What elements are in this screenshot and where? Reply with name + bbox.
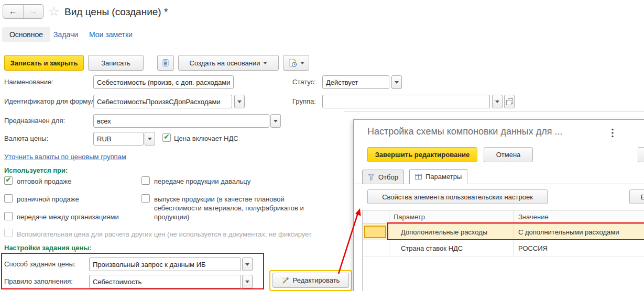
status-dropdown-button[interactable] xyxy=(391,75,402,89)
production-output-checkbox[interactable] xyxy=(141,194,150,203)
tab-tasks[interactable]: Задачи xyxy=(53,30,78,39)
tab-main[interactable]: Основное xyxy=(2,27,50,42)
rule-dropdown-button[interactable] xyxy=(242,275,253,288)
group-input[interactable] xyxy=(322,95,490,108)
wholesale-label: оптовой продаже xyxy=(17,177,71,185)
report-list-button[interactable] xyxy=(157,55,174,71)
dialog-title: Настройка схемы компоновки данных для ..… xyxy=(367,126,563,137)
tab-my-notes[interactable]: Мои заметки xyxy=(89,30,133,39)
chevron-down-icon xyxy=(263,62,267,66)
vat-included-checkbox[interactable] xyxy=(162,133,171,142)
auxiliary-price-label: Вспомогательная цена для расчета других … xyxy=(17,230,312,238)
formula-id-label: Идентификатор для формул: xyxy=(4,97,97,105)
rule-label: Правило заполнения: xyxy=(4,277,73,285)
tab-parameters[interactable]: Параметры xyxy=(409,169,467,184)
method-select[interactable] xyxy=(89,258,241,271)
retail-checkbox[interactable] xyxy=(4,194,13,203)
chevron-down-icon xyxy=(245,263,249,268)
chevron-down-icon xyxy=(245,281,249,285)
tabbar-divider xyxy=(354,184,644,184)
chevron-down-icon xyxy=(148,138,152,142)
rule-select[interactable] xyxy=(89,275,241,288)
usage-heading: Используется при: xyxy=(4,166,68,174)
chevron-down-icon xyxy=(274,120,278,125)
method-label: Способ задания цены: xyxy=(4,260,75,268)
create-based-on-label: Создать на основании xyxy=(190,59,260,67)
chevron-down-icon xyxy=(237,100,242,105)
status-label: Статус: xyxy=(292,78,316,86)
nav-button-group: ← → xyxy=(3,4,43,19)
table-row[interactable]: Дополонительные расходы С дополнительным… xyxy=(363,224,644,240)
production-output-label: выпуске продукции (в качестве плановой с… xyxy=(154,195,323,222)
tab-filter[interactable]: Отбор xyxy=(362,170,404,184)
favorite-star-icon[interactable]: ☆ xyxy=(48,4,60,19)
value-cell[interactable]: С дополнительными расходами xyxy=(514,224,644,240)
cancel-button[interactable]: Отмена xyxy=(484,147,533,162)
document-clock-icon xyxy=(288,59,297,67)
auxiliary-price-checkbox xyxy=(4,229,13,237)
chevron-down-icon xyxy=(300,62,304,66)
save-button[interactable]: Записать xyxy=(88,55,144,71)
app-window: ← → ☆ Вид цены (создание) * Основное Зад… xyxy=(0,0,644,291)
funnel-icon xyxy=(368,174,375,181)
purpose-select[interactable] xyxy=(93,114,269,128)
purpose-label: Предназначен для: xyxy=(4,117,65,125)
user-settings-properties-button[interactable]: Свойства элемента пользовательских настр… xyxy=(367,189,548,204)
more-button[interactable]: Ещё xyxy=(629,189,644,204)
currency-label: Валюта цены: xyxy=(4,135,48,142)
dcs-settings-dialog: Настройка схемы компоновки данных для ..… xyxy=(353,119,644,291)
name-label: Наименование: xyxy=(4,78,53,86)
tolling-label: передаче продукции давальцу xyxy=(154,177,250,185)
chevron-down-icon xyxy=(395,81,399,86)
tolling-checkbox[interactable] xyxy=(141,176,150,185)
forward-icon[interactable]: → xyxy=(24,5,43,18)
name-input[interactable] xyxy=(93,75,234,89)
value-cell[interactable]: РОССИЯ xyxy=(514,240,644,256)
open-windows-icon xyxy=(506,98,513,105)
currency-select[interactable] xyxy=(93,132,144,146)
parameters-table-icon xyxy=(415,173,422,180)
refine-currencies-link[interactable]: Уточнить валюты по ценовым группам xyxy=(4,153,126,161)
edit-button[interactable]: Редактировать xyxy=(272,273,349,288)
group-open-button[interactable] xyxy=(504,95,515,108)
selector-column-header xyxy=(363,210,389,223)
wholesale-checkbox[interactable] xyxy=(4,176,13,185)
price-settings-heading: Настройки задания цены: xyxy=(4,244,92,252)
edit-wand-icon xyxy=(282,276,290,284)
list-icon xyxy=(161,59,170,67)
back-icon[interactable]: ← xyxy=(3,5,24,18)
parameters-table: Параметр Значение Дополонительные расход… xyxy=(362,210,644,291)
method-dropdown-button[interactable] xyxy=(242,258,253,271)
kebab-menu-icon[interactable] xyxy=(612,128,614,138)
param-cell[interactable]: Дополонительные расходы xyxy=(389,224,514,240)
row-selector-cell[interactable] xyxy=(363,224,389,240)
interorg-transfer-checkbox[interactable] xyxy=(4,212,13,220)
page-title: Вид цены (создание) * xyxy=(64,6,168,18)
group-label: Группа: xyxy=(292,97,316,105)
background-form-divider xyxy=(344,111,644,111)
formula-id-input[interactable] xyxy=(93,95,232,108)
document-history-button[interactable] xyxy=(283,55,309,71)
tab-parameters-label: Параметры xyxy=(425,173,462,181)
table-row[interactable]: Страна ставок НДС РОССИЯ xyxy=(363,240,644,256)
chevron-down-icon xyxy=(495,100,499,105)
tab-filter-label: Отбор xyxy=(378,173,398,181)
status-select[interactable] xyxy=(322,75,389,89)
currency-dropdown-button[interactable] xyxy=(145,132,155,146)
purpose-dropdown-button[interactable] xyxy=(270,114,281,128)
row-selector-cell[interactable] xyxy=(363,240,389,256)
create-based-on-button[interactable]: Создать на основании xyxy=(178,55,279,71)
finish-editing-button[interactable]: Завершить редактирование xyxy=(367,147,477,162)
save-and-close-button[interactable]: Записать и закрыть xyxy=(4,55,84,71)
param-cell[interactable]: Страна ставок НДС xyxy=(389,240,514,256)
retail-label: розничной продаже xyxy=(17,195,79,203)
selected-cell-marker xyxy=(364,226,386,238)
clipped-toolbar-button[interactable] xyxy=(638,147,644,162)
param-column-header: Параметр xyxy=(389,210,514,223)
edit-button-label: Редактировать xyxy=(293,276,340,284)
table-header-row: Параметр Значение xyxy=(363,210,644,224)
value-column-header: Значение xyxy=(514,210,644,223)
interorg-transfer-label: передаче между организациями xyxy=(17,213,119,221)
group-dropdown-button[interactable] xyxy=(492,95,503,108)
formula-id-dropdown-button[interactable] xyxy=(234,95,245,108)
